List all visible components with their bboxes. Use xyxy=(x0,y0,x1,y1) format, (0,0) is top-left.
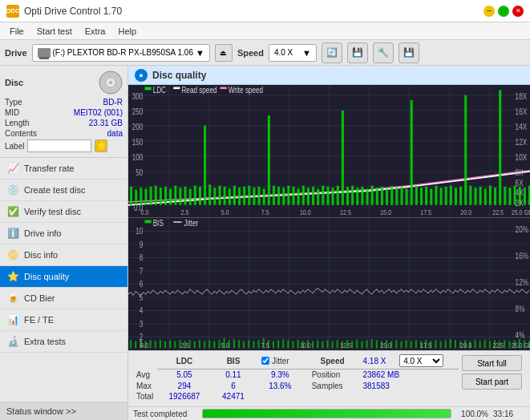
stats-speed-dropdown[interactable]: 4.0 X xyxy=(399,354,443,367)
svg-text:2X: 2X xyxy=(516,199,524,208)
status-window-button[interactable]: Status window >> xyxy=(0,402,127,420)
svg-rect-76 xyxy=(400,187,403,205)
svg-rect-95 xyxy=(494,188,496,205)
svg-rect-88 xyxy=(459,187,462,205)
svg-rect-263 xyxy=(144,220,151,224)
svg-rect-161 xyxy=(160,340,161,348)
stats-samples-val: 381583 xyxy=(360,380,459,391)
svg-rect-202 xyxy=(361,341,362,349)
sidebar-item-fe-te[interactable]: 📊 FE / TE xyxy=(0,309,127,331)
svg-text:0.0: 0.0 xyxy=(140,209,148,217)
sidebar-item-cd-bier[interactable]: 🍺 CD Bier xyxy=(0,288,127,309)
disc-contents-row: Contents data xyxy=(5,129,123,138)
stats-total-bis: 42471 xyxy=(212,391,255,402)
sidebar-item-create-test-disc[interactable]: 💿 Create test disc xyxy=(0,180,127,201)
title-text: Opti Drive Control 1.70 xyxy=(24,6,122,17)
start-part-button[interactable]: Start part xyxy=(462,374,522,390)
menu-start-test[interactable]: Start test xyxy=(30,25,79,38)
svg-rect-203 xyxy=(366,340,368,348)
svg-rect-225 xyxy=(474,340,475,348)
stats-total-label: Total xyxy=(133,391,157,402)
refresh-button[interactable]: 🔄 xyxy=(322,42,342,63)
sidebar-item-label: FE / TE xyxy=(24,315,54,325)
svg-text:250: 250 xyxy=(132,107,144,116)
stats-header-speed-val: 4.18 X xyxy=(360,353,397,369)
disc-label-input[interactable] xyxy=(27,139,91,152)
sidebar-item-verify-test-disc[interactable]: ✅ Verify test disc xyxy=(0,201,127,223)
save-button[interactable]: 💾 xyxy=(399,42,419,63)
svg-rect-164 xyxy=(174,341,176,349)
svg-rect-47 xyxy=(258,187,261,205)
svg-rect-218 xyxy=(440,341,442,349)
sidebar-item-extra-tests[interactable]: 🔬 Extra tests xyxy=(0,331,127,353)
start-full-button[interactable]: Start full xyxy=(462,355,522,371)
charts-area: 300 250 200 150 100 50 0.0 18X 16X 14X 1… xyxy=(128,85,530,350)
svg-text:8: 8 xyxy=(140,253,144,262)
svg-rect-186 xyxy=(282,339,284,348)
fe-te-icon: 📊 xyxy=(6,313,19,326)
settings-button1[interactable]: 💾 xyxy=(347,42,368,63)
svg-rect-204 xyxy=(371,339,373,348)
svg-text:5.0: 5.0 xyxy=(221,209,229,217)
svg-rect-86 xyxy=(450,186,452,205)
minimize-button[interactable]: ─ xyxy=(483,6,495,17)
svg-text:4X: 4X xyxy=(516,189,524,198)
sidebar-item-disc-info[interactable]: 📀 Disc info xyxy=(0,244,127,266)
svg-text:2.5: 2.5 xyxy=(181,342,189,350)
svg-rect-221 xyxy=(455,340,456,348)
svg-rect-39 xyxy=(218,186,220,205)
sidebar-item-label: Extra tests xyxy=(24,337,66,346)
disc-label-button[interactable]: ⭐ xyxy=(95,139,107,152)
svg-text:20.0: 20.0 xyxy=(460,342,471,350)
sidebar-item-label: Drive info xyxy=(24,228,61,238)
eject-button[interactable]: ⏏ xyxy=(215,44,233,62)
drive-selector[interactable]: (F:) PLEXTOR BD-R PX-LB950SA 1.06 ▼ xyxy=(32,44,210,62)
stats-header-bis: BIS xyxy=(212,353,255,369)
svg-rect-78 xyxy=(411,100,413,205)
close-button[interactable]: ✕ xyxy=(512,6,524,17)
svg-rect-171 xyxy=(208,340,210,348)
status-text: Test completed xyxy=(133,410,197,418)
svg-rect-87 xyxy=(455,188,457,205)
speed-selector[interactable]: 4.0 X ▼ xyxy=(269,44,317,62)
svg-rect-91 xyxy=(474,188,476,205)
svg-rect-92 xyxy=(479,187,482,205)
menu-help[interactable]: Help xyxy=(111,25,143,38)
svg-text:150: 150 xyxy=(132,138,144,147)
svg-rect-84 xyxy=(440,188,443,205)
svg-rect-211 xyxy=(406,340,407,348)
svg-text:5.0: 5.0 xyxy=(221,342,229,350)
svg-rect-31 xyxy=(179,188,181,205)
drive-info-icon: ℹ️ xyxy=(6,227,19,240)
sidebar-item-transfer-rate[interactable]: 📈 Transfer rate xyxy=(0,158,127,180)
svg-rect-132 xyxy=(173,87,180,90)
menu-extra[interactable]: Extra xyxy=(79,25,112,38)
svg-rect-220 xyxy=(450,339,451,348)
jitter-checkbox[interactable] xyxy=(261,357,269,365)
progress-bar-fill xyxy=(203,410,451,418)
svg-rect-188 xyxy=(292,341,293,349)
svg-rect-189 xyxy=(297,340,299,348)
svg-text:0.0: 0.0 xyxy=(140,342,148,350)
disc-label-row: Label ⭐ xyxy=(5,139,123,152)
stats-avg-bis: 0.11 xyxy=(212,369,255,380)
svg-rect-155 xyxy=(130,340,131,348)
svg-text:BIS: BIS xyxy=(153,219,164,228)
svg-rect-177 xyxy=(238,340,240,348)
svg-rect-38 xyxy=(213,188,216,205)
sidebar-item-disc-quality[interactable]: ⭐ Disc quality xyxy=(0,266,127,288)
settings-button2[interactable]: 🔧 xyxy=(373,42,394,63)
svg-rect-82 xyxy=(430,188,432,204)
svg-rect-58 xyxy=(312,187,314,205)
sidebar-item-drive-info[interactable]: ℹ️ Drive info xyxy=(0,223,127,244)
svg-rect-29 xyxy=(169,188,172,204)
jitter-label: Jitter xyxy=(272,357,289,365)
menu-file[interactable]: File xyxy=(3,25,30,38)
transfer-rate-icon: 📈 xyxy=(6,162,19,175)
svg-rect-185 xyxy=(277,340,279,348)
svg-text:2.5: 2.5 xyxy=(181,209,189,217)
svg-rect-61 xyxy=(326,187,329,205)
svg-text:4%: 4% xyxy=(516,331,525,340)
menu-bar: File Start test Extra Help xyxy=(0,22,530,40)
maximize-button[interactable]: □ xyxy=(498,6,509,17)
